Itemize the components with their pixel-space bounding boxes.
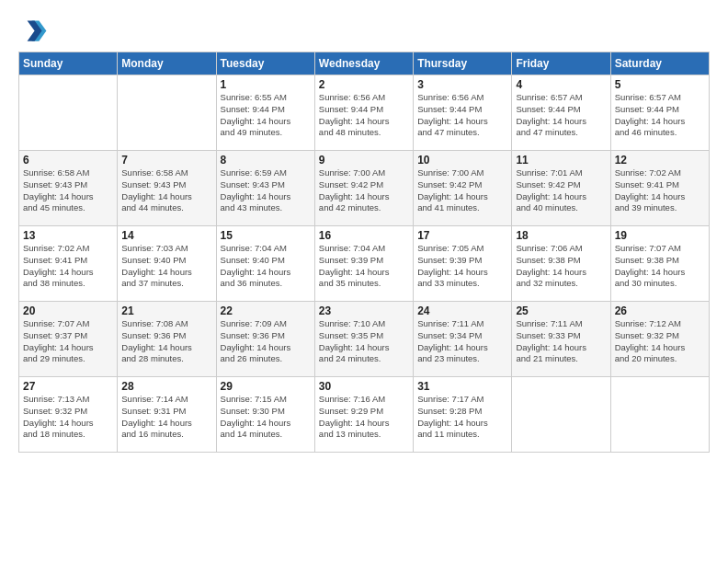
day-cell: 20Sunrise: 7:07 AM Sunset: 9:37 PM Dayli…	[19, 302, 118, 377]
day-cell: 23Sunrise: 7:10 AM Sunset: 9:35 PM Dayli…	[314, 302, 413, 377]
day-number: 5	[615, 78, 705, 91]
day-info: Sunrise: 7:14 AM Sunset: 9:31 PM Dayligh…	[121, 394, 211, 441]
day-number: 9	[319, 154, 409, 167]
header-thursday: Thursday	[414, 52, 512, 75]
day-info: Sunrise: 7:07 AM Sunset: 9:38 PM Dayligh…	[615, 243, 705, 290]
day-number: 23	[319, 304, 409, 317]
day-info: Sunrise: 7:11 AM Sunset: 9:33 PM Dayligh…	[516, 318, 606, 365]
day-info: Sunrise: 7:10 AM Sunset: 9:35 PM Dayligh…	[319, 318, 409, 365]
day-info: Sunrise: 7:02 AM Sunset: 9:41 PM Dayligh…	[23, 243, 113, 290]
day-info: Sunrise: 7:04 AM Sunset: 9:40 PM Dayligh…	[221, 243, 311, 290]
day-number: 27	[23, 380, 113, 393]
day-cell: 24Sunrise: 7:11 AM Sunset: 9:34 PM Dayli…	[414, 302, 512, 377]
day-info: Sunrise: 7:00 AM Sunset: 9:42 PM Dayligh…	[319, 167, 409, 214]
week-row-3: 20Sunrise: 7:07 AM Sunset: 9:37 PM Dayli…	[19, 302, 710, 377]
header	[18, 15, 710, 44]
day-info: Sunrise: 7:13 AM Sunset: 9:32 PM Dayligh…	[23, 394, 113, 441]
day-number: 10	[417, 154, 507, 167]
day-cell: 6Sunrise: 6:58 AM Sunset: 9:43 PM Daylig…	[19, 151, 118, 226]
day-number: 3	[417, 78, 507, 91]
day-info: Sunrise: 7:07 AM Sunset: 9:37 PM Dayligh…	[23, 318, 113, 365]
day-number: 6	[23, 154, 113, 167]
day-cell: 16Sunrise: 7:04 AM Sunset: 9:39 PM Dayli…	[314, 226, 413, 302]
day-info: Sunrise: 7:00 AM Sunset: 9:42 PM Dayligh…	[417, 167, 507, 214]
day-info: Sunrise: 6:57 AM Sunset: 9:44 PM Dayligh…	[516, 92, 606, 139]
day-cell: 18Sunrise: 7:06 AM Sunset: 9:38 PM Dayli…	[512, 226, 610, 302]
day-cell: 2Sunrise: 6:56 AM Sunset: 9:44 PM Daylig…	[314, 75, 413, 151]
day-info: Sunrise: 7:08 AM Sunset: 9:36 PM Dayligh…	[121, 318, 211, 365]
day-cell: 14Sunrise: 7:03 AM Sunset: 9:40 PM Dayli…	[118, 226, 216, 302]
day-info: Sunrise: 7:04 AM Sunset: 9:39 PM Dayligh…	[319, 243, 409, 290]
header-friday: Friday	[512, 52, 610, 75]
day-number: 19	[615, 229, 705, 242]
page: SundayMondayTuesdayWednesdayThursdayFrid…	[0, 0, 728, 563]
day-cell: 29Sunrise: 7:15 AM Sunset: 9:30 PM Dayli…	[216, 377, 314, 453]
week-row-4: 27Sunrise: 7:13 AM Sunset: 9:32 PM Dayli…	[19, 377, 710, 453]
day-cell: 28Sunrise: 7:14 AM Sunset: 9:31 PM Dayli…	[118, 377, 216, 453]
day-info: Sunrise: 7:16 AM Sunset: 9:29 PM Dayligh…	[319, 394, 409, 441]
day-number: 1	[221, 78, 311, 91]
header-row: SundayMondayTuesdayWednesdayThursdayFrid…	[19, 52, 710, 75]
day-cell: 19Sunrise: 7:07 AM Sunset: 9:38 PM Dayli…	[610, 226, 709, 302]
day-number: 26	[615, 304, 705, 317]
day-cell	[610, 377, 709, 453]
day-cell	[512, 377, 610, 453]
day-cell: 22Sunrise: 7:09 AM Sunset: 9:36 PM Dayli…	[216, 302, 314, 377]
header-tuesday: Tuesday	[216, 52, 314, 75]
day-number: 12	[615, 154, 705, 167]
day-number: 18	[516, 229, 606, 242]
day-cell: 31Sunrise: 7:17 AM Sunset: 9:28 PM Dayli…	[414, 377, 512, 453]
day-info: Sunrise: 7:05 AM Sunset: 9:39 PM Dayligh…	[417, 243, 507, 290]
day-cell: 27Sunrise: 7:13 AM Sunset: 9:32 PM Dayli…	[19, 377, 118, 453]
day-cell: 9Sunrise: 7:00 AM Sunset: 9:42 PM Daylig…	[314, 151, 413, 226]
day-info: Sunrise: 6:56 AM Sunset: 9:44 PM Dayligh…	[319, 92, 409, 139]
day-cell: 10Sunrise: 7:00 AM Sunset: 9:42 PM Dayli…	[414, 151, 512, 226]
day-info: Sunrise: 7:15 AM Sunset: 9:30 PM Dayligh…	[221, 394, 311, 441]
day-info: Sunrise: 7:03 AM Sunset: 9:40 PM Dayligh…	[121, 243, 211, 290]
week-row-0: 1Sunrise: 6:55 AM Sunset: 9:44 PM Daylig…	[19, 75, 710, 151]
day-info: Sunrise: 6:59 AM Sunset: 9:43 PM Dayligh…	[221, 167, 311, 214]
day-number: 20	[23, 304, 113, 317]
day-cell: 5Sunrise: 6:57 AM Sunset: 9:44 PM Daylig…	[610, 75, 709, 151]
day-number: 22	[221, 304, 311, 317]
day-number: 21	[121, 304, 211, 317]
day-number: 29	[221, 380, 311, 393]
day-cell: 21Sunrise: 7:08 AM Sunset: 9:36 PM Dayli…	[118, 302, 216, 377]
header-saturday: Saturday	[610, 52, 709, 75]
logo	[18, 15, 51, 44]
day-info: Sunrise: 7:02 AM Sunset: 9:41 PM Dayligh…	[615, 167, 705, 214]
day-number: 11	[516, 154, 606, 167]
day-number: 30	[319, 380, 409, 393]
day-info: Sunrise: 6:55 AM Sunset: 9:44 PM Dayligh…	[221, 92, 311, 139]
day-cell: 26Sunrise: 7:12 AM Sunset: 9:32 PM Dayli…	[610, 302, 709, 377]
day-info: Sunrise: 7:12 AM Sunset: 9:32 PM Dayligh…	[615, 318, 705, 365]
day-number: 7	[121, 154, 211, 167]
day-info: Sunrise: 6:58 AM Sunset: 9:43 PM Dayligh…	[121, 167, 211, 214]
day-cell: 8Sunrise: 6:59 AM Sunset: 9:43 PM Daylig…	[216, 151, 314, 226]
day-info: Sunrise: 7:06 AM Sunset: 9:38 PM Dayligh…	[516, 243, 606, 290]
day-cell: 15Sunrise: 7:04 AM Sunset: 9:40 PM Dayli…	[216, 226, 314, 302]
day-cell: 11Sunrise: 7:01 AM Sunset: 9:42 PM Dayli…	[512, 151, 610, 226]
day-info: Sunrise: 7:17 AM Sunset: 9:28 PM Dayligh…	[417, 394, 507, 441]
day-number: 28	[121, 380, 211, 393]
day-cell: 1Sunrise: 6:55 AM Sunset: 9:44 PM Daylig…	[216, 75, 314, 151]
day-cell: 17Sunrise: 7:05 AM Sunset: 9:39 PM Dayli…	[414, 226, 512, 302]
day-number: 16	[319, 229, 409, 242]
day-info: Sunrise: 6:57 AM Sunset: 9:44 PM Dayligh…	[615, 92, 705, 139]
day-cell: 4Sunrise: 6:57 AM Sunset: 9:44 PM Daylig…	[512, 75, 610, 151]
day-number: 14	[121, 229, 211, 242]
day-info: Sunrise: 7:09 AM Sunset: 9:36 PM Dayligh…	[221, 318, 311, 365]
day-info: Sunrise: 7:11 AM Sunset: 9:34 PM Dayligh…	[417, 318, 507, 365]
day-number: 2	[319, 78, 409, 91]
week-row-1: 6Sunrise: 6:58 AM Sunset: 9:43 PM Daylig…	[19, 151, 710, 226]
header-monday: Monday	[118, 52, 216, 75]
day-cell: 30Sunrise: 7:16 AM Sunset: 9:29 PM Dayli…	[314, 377, 413, 453]
week-row-2: 13Sunrise: 7:02 AM Sunset: 9:41 PM Dayli…	[19, 226, 710, 302]
day-cell: 12Sunrise: 7:02 AM Sunset: 9:41 PM Dayli…	[610, 151, 709, 226]
day-number: 31	[417, 380, 507, 393]
day-number: 17	[417, 229, 507, 242]
day-cell: 25Sunrise: 7:11 AM Sunset: 9:33 PM Dayli…	[512, 302, 610, 377]
day-cell: 7Sunrise: 6:58 AM Sunset: 9:43 PM Daylig…	[118, 151, 216, 226]
day-info: Sunrise: 7:01 AM Sunset: 9:42 PM Dayligh…	[516, 167, 606, 214]
day-number: 4	[516, 78, 606, 91]
